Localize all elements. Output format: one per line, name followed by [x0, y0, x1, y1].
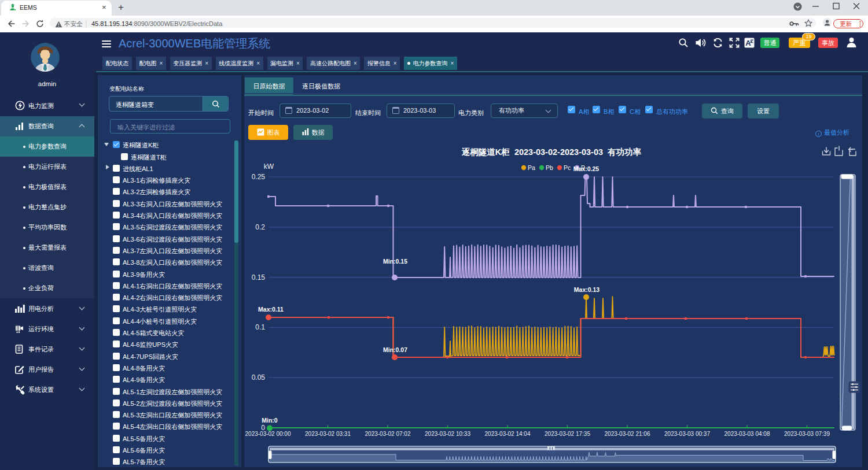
svg-text:2023-03-02 10:33: 2023-03-02 10:33 [425, 431, 470, 437]
svg-text:kW: kW [264, 162, 274, 171]
svg-text:逐桐隧道K柜 2023-03-02-2023-03-03: 逐桐隧道K柜 2023-03-02-2023-03-03 有功功率 [462, 147, 642, 157]
svg-text:Max:0.11: Max:0.11 [258, 306, 284, 313]
svg-text:Pc: Pc [564, 164, 571, 171]
svg-text:Pb: Pb [546, 164, 553, 171]
svg-text:Max:0.25: Max:0.25 [573, 165, 599, 172]
svg-text:2023-03-02 14:04: 2023-03-02 14:04 [485, 431, 531, 437]
svg-text:Pa: Pa [528, 164, 535, 171]
svg-text:2023-03-02 07:02: 2023-03-02 07:02 [365, 431, 411, 437]
svg-text:Min:0.15: Min:0.15 [383, 258, 407, 265]
svg-text:2023-03-03 07:39: 2023-03-03 07:39 [784, 431, 830, 437]
svg-text:0.2: 0.2 [255, 223, 265, 231]
svg-text:2023-03-03 04:08: 2023-03-03 04:08 [724, 431, 770, 437]
svg-text:2023-03-03 00:37: 2023-03-03 00:37 [664, 431, 710, 437]
svg-text:Max:0.13: Max:0.13 [574, 286, 600, 293]
svg-text:0.25: 0.25 [252, 173, 266, 181]
svg-text:0.1: 0.1 [255, 323, 265, 331]
svg-text:2023-03-02 17:35: 2023-03-02 17:35 [545, 431, 590, 437]
svg-text:Min:0: Min:0 [262, 417, 278, 424]
svg-text:2023-03-02 03:31: 2023-03-02 03:31 [305, 431, 351, 437]
svg-text:2023-03-02 00:00: 2023-03-02 00:00 [245, 431, 291, 437]
svg-text:Min:0.07: Min:0.07 [383, 346, 407, 353]
svg-text:0.15: 0.15 [252, 273, 266, 282]
svg-text:2023-03-02 21:06: 2023-03-02 21:06 [605, 431, 650, 437]
svg-text:0.05: 0.05 [252, 373, 266, 382]
